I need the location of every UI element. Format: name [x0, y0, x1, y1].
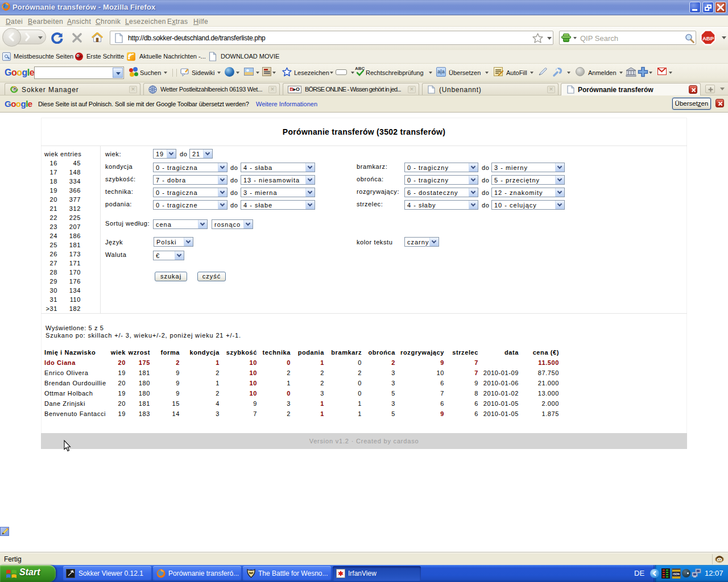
svg-text:ABP: ABP — [702, 35, 714, 41]
